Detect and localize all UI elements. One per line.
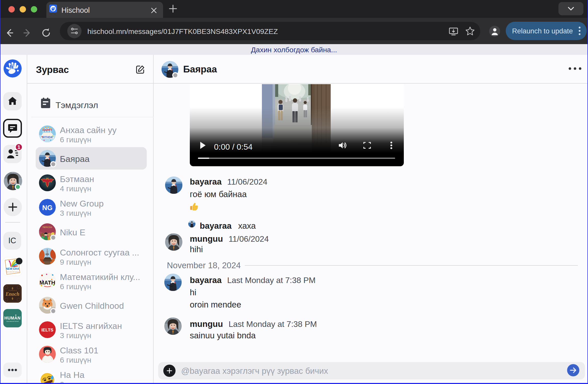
svg-text:MATH: MATH — [39, 279, 55, 286]
svg-text:NG: NG — [42, 204, 53, 212]
svg-text:Enoch: Enoch — [5, 291, 19, 297]
svg-text:IRTHDA: IRTHDA — [42, 136, 53, 139]
svg-text:HAPPY: HAPPY — [43, 129, 52, 132]
svg-text:PRINCESS: PRINCESS — [43, 226, 52, 228]
svg-text:international school: international school — [6, 271, 19, 273]
svg-text:The Book of: The Book of — [8, 289, 17, 291]
svg-text:IELTS: IELTS — [42, 328, 54, 332]
svg-text:NEW ERA: NEW ERA — [6, 267, 19, 270]
